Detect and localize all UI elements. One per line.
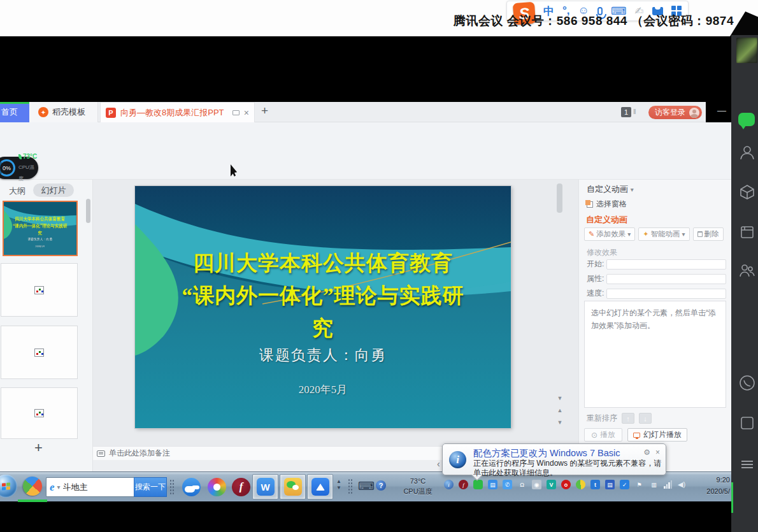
help-icon[interactable]: ? bbox=[376, 480, 386, 491]
taskbar-search-box[interactable]: e ▾ bbox=[46, 477, 134, 497]
speed-label: 速度: bbox=[587, 288, 604, 299]
ie-icon: e bbox=[50, 481, 55, 494]
taskbar-wechat-button[interactable] bbox=[280, 474, 306, 500]
delete-effect-button[interactable]: 删除 bbox=[693, 227, 724, 241]
wechat-sidebar bbox=[731, 35, 758, 532]
new-tab-button[interactable]: + bbox=[261, 104, 268, 118]
search-button[interactable]: 搜索一下 bbox=[134, 477, 167, 497]
meeting-info-text: 腾讯会议 会议号：586 958 844 （会议密码：9874 bbox=[454, 13, 734, 29]
network-signal-icon[interactable] bbox=[664, 480, 673, 489]
tray-swirl-icon[interactable] bbox=[576, 480, 585, 489]
property-input[interactable] bbox=[606, 274, 726, 284]
tab-outline[interactable]: 大纲 bbox=[9, 185, 25, 197]
window-count-badge[interactable]: 1 bbox=[621, 107, 631, 117]
tray-phone-icon[interactable]: ✆ bbox=[503, 480, 512, 489]
speed-input[interactable] bbox=[606, 289, 726, 299]
tab-home[interactable]: 首页 bbox=[0, 102, 29, 122]
tray-flash-icon[interactable]: f bbox=[459, 480, 468, 489]
chevron-down-icon[interactable]: ▾ bbox=[57, 484, 61, 491]
move-down-button[interactable]: ↓ bbox=[639, 413, 652, 424]
tray-shield-icon[interactable]: ✓ bbox=[620, 480, 629, 489]
tray-wechat-icon[interactable] bbox=[473, 480, 483, 489]
slide-thumbnail-2[interactable] bbox=[1, 263, 78, 317]
tab-docer[interactable]: ✦ 稻壳模板 bbox=[29, 102, 98, 122]
tray-qq-icon[interactable]: ▤ bbox=[488, 480, 497, 489]
taskbar-clock[interactable]: 9:20 2020/5/ bbox=[697, 475, 730, 497]
slide-thumbnail-3[interactable] bbox=[1, 326, 78, 379]
tray-red-ring-icon[interactable]: o bbox=[561, 480, 571, 489]
cpu-usage-ring: 0% bbox=[0, 159, 15, 176]
chevron-down-icon: ▾ bbox=[631, 186, 634, 193]
animation-pane-title[interactable]: 自定义动画 ▾ bbox=[587, 183, 634, 195]
settings-wrench-icon[interactable]: ⚙ bbox=[643, 448, 650, 457]
tab-document[interactable]: P 向勇—教改8期成果汇报PPT × bbox=[100, 102, 255, 122]
slide-thumbnail-4[interactable] bbox=[1, 387, 78, 439]
scroll-down-icon[interactable]: ▼ bbox=[557, 395, 563, 401]
moments-icon[interactable] bbox=[738, 261, 756, 279]
minimize-button[interactable]: — bbox=[717, 105, 726, 115]
previous-slide-button[interactable]: ▲ bbox=[557, 407, 563, 413]
slide-subtitle[interactable]: 课题负责人：向勇 bbox=[135, 345, 511, 365]
start-input[interactable] bbox=[606, 259, 726, 270]
slideshow-play-button[interactable]: 幻灯片播放 bbox=[627, 428, 687, 442]
tray-compat-info-icon[interactable]: i bbox=[444, 480, 454, 489]
canvas-scrollbar-thumb[interactable] bbox=[557, 183, 562, 213]
next-slide-button[interactable]: ▼ bbox=[557, 419, 563, 426]
slide-thumbnail-1[interactable]: 四川大学本科公共体育教育 “课内外一体化”理论与实践研 究 课题负责人：向勇 2… bbox=[3, 201, 78, 256]
selection-pane-button[interactable]: 选择窗格 bbox=[587, 199, 627, 210]
tray-bell-icon[interactable]: Ω bbox=[517, 480, 527, 489]
tray-bank-icon[interactable]: ▤ bbox=[605, 480, 615, 489]
broken-image-icon bbox=[34, 349, 44, 357]
taskbar-qq-browser-button[interactable] bbox=[178, 474, 204, 500]
flash-icon: f bbox=[232, 478, 250, 496]
add-effect-button[interactable]: ✎ 添加效果 ▾ bbox=[584, 227, 635, 241]
notification-title[interactable]: 配色方案已更改为 Windows 7 Basic bbox=[473, 447, 620, 459]
system-tray: i f ▤ ✆ Ω ◉ V o t ▤ ✓ ⚑ ▥ ◀) bbox=[444, 480, 685, 489]
tab-slides[interactable]: 幻灯片 bbox=[33, 183, 74, 197]
toolbar-handle[interactable] bbox=[169, 479, 175, 495]
start-button[interactable] bbox=[0, 475, 17, 498]
close-tab-icon[interactable]: × bbox=[244, 108, 249, 118]
menu-icon[interactable] bbox=[738, 456, 756, 473]
broken-image-icon bbox=[34, 409, 44, 417]
tray-flag-icon[interactable]: ⚑ bbox=[634, 480, 644, 489]
phone-icon[interactable] bbox=[738, 374, 756, 392]
slide-title[interactable]: 四川大学本科公共体育教育 “课内外一体化”理论与实践研 究 bbox=[135, 247, 511, 345]
hidden-window-area bbox=[0, 36, 731, 102]
projector-icon[interactable] bbox=[232, 110, 240, 115]
tray-clipboard-icon[interactable]: ▥ bbox=[649, 480, 659, 489]
user-avatar[interactable] bbox=[736, 38, 757, 63]
add-slide-button[interactable]: + bbox=[34, 440, 43, 456]
language-bar-handle[interactable] bbox=[348, 478, 354, 495]
guest-login-button[interactable]: 访客登录 bbox=[648, 106, 702, 119]
slide-date[interactable]: 2020年5月 bbox=[135, 382, 511, 397]
favorites-icon[interactable] bbox=[738, 183, 756, 201]
scrollbar-thumb[interactable] bbox=[86, 199, 90, 223]
taskbar-meeting-button[interactable] bbox=[307, 474, 333, 500]
tray-camera-icon[interactable]: ◉ bbox=[532, 480, 541, 489]
play-button[interactable]: ⊙ 播放 bbox=[584, 428, 622, 442]
slides-panel: 大纲 幻灯片 四川大学本科公共体育教育 “课内外一体化”理论与实践研 究 课题负… bbox=[0, 180, 93, 471]
collapse-notes-button[interactable]: ‹ bbox=[437, 459, 440, 469]
miniprogram-icon[interactable] bbox=[738, 414, 756, 432]
tray-t-icon[interactable]: t bbox=[590, 480, 600, 489]
taskbar-360-browser-button[interactable] bbox=[204, 474, 230, 500]
wechat-chats-icon[interactable] bbox=[738, 113, 755, 126]
taskbar-app-launcher[interactable] bbox=[19, 473, 46, 500]
contacts-icon[interactable] bbox=[738, 143, 756, 161]
search-input[interactable] bbox=[63, 482, 114, 492]
taskbar-flash-button[interactable]: f bbox=[228, 474, 254, 500]
star-icon: ✦ bbox=[643, 230, 648, 238]
smart-animation-button[interactable]: ✦ 智能动画 ▾ bbox=[638, 227, 689, 241]
slide-canvas[interactable]: 四川大学本科公共体育教育 “课内外一体化”理论与实践研 究 课题负责人：向勇 2… bbox=[135, 186, 511, 428]
move-up-button[interactable]: ↑ bbox=[622, 413, 634, 424]
notification-body[interactable]: 正在运行的程序与 Windows 的某些可视元素不兼容，请 单击此处获取详细信息… bbox=[473, 459, 661, 478]
close-notification-icon[interactable]: × bbox=[655, 448, 660, 457]
chevron-down-icon: ▾ bbox=[682, 231, 685, 238]
volume-icon[interactable]: ◀) bbox=[678, 480, 685, 489]
tray-security-icon[interactable]: V bbox=[547, 480, 556, 489]
files-icon[interactable] bbox=[738, 223, 756, 241]
taskbar-wps-button[interactable]: W bbox=[252, 474, 278, 500]
language-bar-arrows[interactable]: ▲▼ bbox=[336, 478, 341, 491]
touch-keyboard-icon[interactable]: ⌨ bbox=[358, 479, 375, 493]
